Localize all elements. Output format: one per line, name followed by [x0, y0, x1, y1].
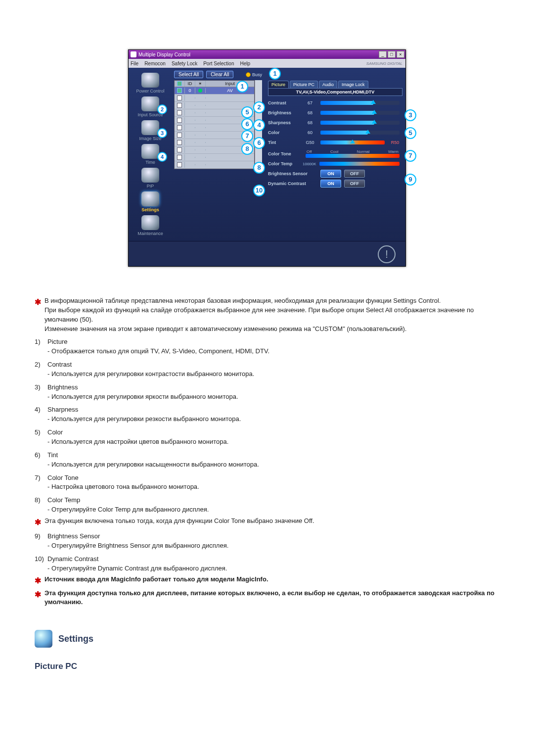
sharpness-row: Sharpness 68: [268, 119, 402, 127]
callout-r9-icon: 9: [404, 174, 416, 186]
dynamic-contrast-on-button[interactable]: ON: [320, 180, 341, 188]
color-tone-label: Color Tone: [268, 151, 303, 156]
app-icon: [131, 51, 136, 57]
status-col-icon: ✶: [195, 81, 206, 87]
star-icon: ✱: [35, 575, 44, 586]
dynamic-contrast-off-button[interactable]: OFF: [344, 180, 365, 188]
color-slider[interactable]: [320, 131, 400, 135]
callout-1b-icon: 1: [269, 68, 281, 80]
callout-r3-icon: 3: [404, 109, 416, 121]
menu-safety-lock[interactable]: Safety Lock: [172, 61, 197, 66]
menu-help[interactable]: Help: [240, 61, 250, 66]
nav-power-control[interactable]: Power Control: [131, 72, 170, 94]
busy-dot-icon: [246, 72, 251, 77]
tab-audio[interactable]: Audio: [319, 81, 337, 88]
menu-remocon[interactable]: Remocon: [144, 61, 166, 66]
brand-text: SAMSUNG DIGITAL: [366, 61, 402, 66]
input-sources-label: TV,AV,S-Video,Component,HDMI,DTV: [268, 88, 402, 96]
tint-row: Tint G50 R50: [268, 139, 402, 146]
callout-8-icon: 8: [241, 143, 253, 155]
contrast-slider[interactable]: [320, 101, 400, 105]
side-nav: Power Control Input Source2 Image Size3 …: [129, 68, 172, 241]
menu-bar: File Remocon Safety Lock Port Selection …: [129, 59, 405, 68]
settings-heading: Settings: [35, 630, 499, 648]
contrast-row: Contrast 67: [268, 99, 402, 107]
brightness-sensor-row: Brightness Sensor ON OFF: [268, 170, 402, 178]
maximize-icon[interactable]: □: [388, 51, 396, 58]
star-icon: ✱: [35, 296, 44, 333]
busy-indicator: Busy: [246, 72, 262, 77]
nav-time[interactable]: Time4: [131, 143, 170, 166]
callout-7-icon: 7: [241, 130, 253, 142]
color-row: Color 60: [268, 129, 402, 137]
table-row[interactable]: [175, 161, 254, 169]
callout-r4-icon: 4: [253, 119, 265, 131]
tab-image-lock[interactable]: Image Lock: [338, 81, 368, 88]
brightness-row: Brightness 68: [268, 109, 402, 117]
app-window: Multiple Display Control _ □ × File Remo…: [128, 49, 406, 267]
callout-r8-icon: 8: [253, 162, 265, 174]
header-checkbox[interactable]: [177, 81, 182, 86]
settings-cube-icon: [35, 630, 52, 648]
col-id: ID: [185, 81, 195, 87]
nav-input-source[interactable]: Input Source2: [131, 95, 170, 118]
center-panel: Select All Clear All Busy 1 ID ✶ Input 0…: [172, 68, 264, 241]
select-all-button[interactable]: Select All: [174, 71, 203, 78]
callout-1-icon: 1: [236, 81, 248, 93]
sharpness-slider[interactable]: [320, 121, 400, 125]
callout-r5-icon: 5: [404, 127, 416, 139]
menu-file[interactable]: File: [131, 61, 138, 66]
tab-picture[interactable]: Picture: [268, 81, 289, 88]
brightness-sensor-off-button[interactable]: OFF: [344, 170, 365, 178]
star-icon: ✱: [35, 517, 44, 528]
color-tone-slider[interactable]: [306, 154, 400, 158]
table-row[interactable]: [175, 154, 254, 161]
item-num: 1): [35, 337, 47, 347]
table-row[interactable]: [175, 94, 254, 102]
callout-r2-icon: 2: [253, 101, 265, 113]
color-temp-row: Color Temp 10000K: [268, 160, 402, 168]
footer-area: !: [129, 241, 405, 266]
warning-icon: !: [378, 245, 396, 263]
callout-2-icon: 2: [157, 104, 167, 114]
nav-pip[interactable]: PIP: [131, 167, 170, 189]
nav-image-size[interactable]: Image Size3: [131, 119, 170, 142]
clear-all-button[interactable]: Clear All: [206, 71, 233, 78]
callout-r7-icon: 7: [404, 150, 416, 162]
callout-r6-icon: 6: [253, 137, 265, 149]
nav-maintenance[interactable]: Maintenance: [131, 214, 170, 237]
dynamic-contrast-row: Dynamic Contrast ON OFF: [268, 180, 402, 188]
menu-port-selection[interactable]: Port Selection: [203, 61, 234, 66]
callout-4-icon: 4: [157, 152, 167, 162]
brightness-slider[interactable]: [320, 111, 400, 115]
callout-5-icon: 5: [241, 106, 253, 118]
window-title: Multiple Display Control: [138, 52, 190, 57]
color-temp-slider[interactable]: [319, 162, 400, 166]
callout-6-icon: 6: [241, 118, 253, 130]
settings-panel: 1 Picture Picture PC Audio Image Lock TV…: [264, 68, 405, 241]
close-icon[interactable]: ×: [397, 51, 404, 58]
tint-slider[interactable]: [320, 141, 385, 144]
brightness-sensor-on-button[interactable]: ON: [320, 170, 341, 178]
star-icon: ✱: [35, 589, 44, 608]
window-titlebar[interactable]: Multiple Display Control _ □ ×: [129, 50, 405, 59]
tab-picture-pc[interactable]: Picture PC: [290, 81, 318, 88]
callout-3-icon: 3: [157, 128, 167, 138]
nav-settings[interactable]: Settings: [131, 190, 170, 213]
picture-pc-heading: Picture PC: [35, 661, 499, 673]
minimize-icon[interactable]: _: [379, 51, 387, 58]
intro-text: В информационной таблице представлена не…: [44, 296, 499, 333]
callout-r10-icon: 10: [253, 185, 265, 196]
